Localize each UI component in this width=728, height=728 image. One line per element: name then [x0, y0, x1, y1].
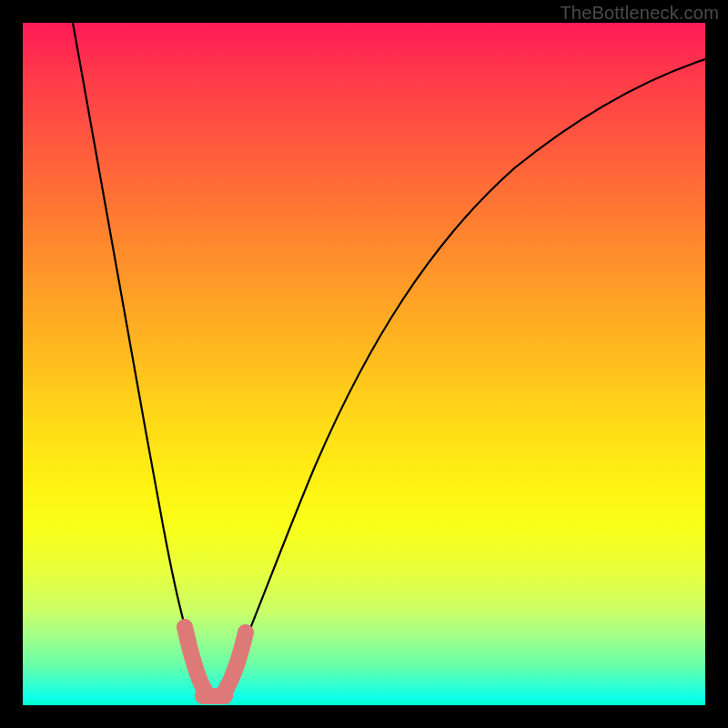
curve-layer [23, 23, 705, 705]
bottleneck-curve [73, 23, 705, 696]
plot-area [23, 23, 705, 705]
chart-frame: TheBottleneck.com [0, 0, 728, 728]
highlight-markers [185, 627, 246, 696]
attribution-label: TheBottleneck.com [560, 3, 719, 24]
